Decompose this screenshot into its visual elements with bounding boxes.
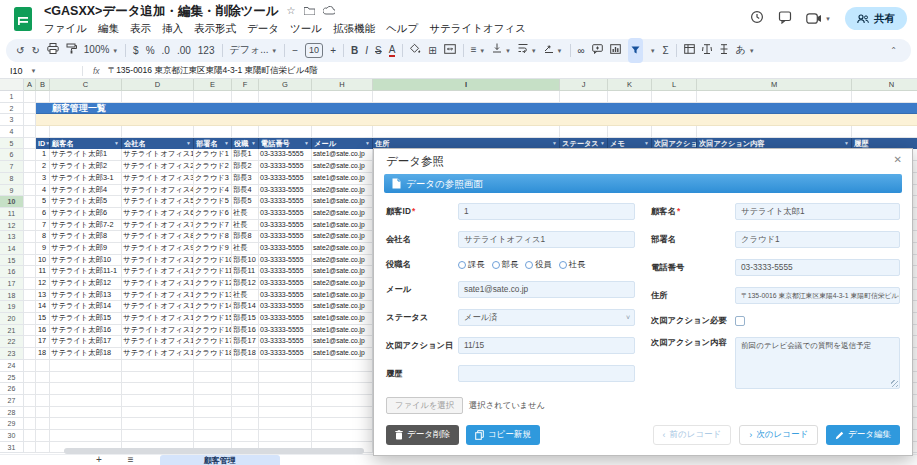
cell-F20[interactable]: 部長15 <box>232 313 259 325</box>
cell-B9[interactable]: 4 <box>36 185 50 197</box>
cell-B28[interactable] <box>36 407 50 419</box>
cell-A13[interactable] <box>24 231 36 243</box>
cell-D7[interactable]: サテライトオフィス2 <box>122 161 194 173</box>
text-color-button[interactable]: A <box>389 44 396 57</box>
menu-item-3[interactable]: 挿入 <box>162 22 183 36</box>
cell-D1[interactable] <box>122 91 194 103</box>
cell-F1[interactable] <box>232 91 259 103</box>
borders-icon[interactable]: ⊞ <box>428 39 436 62</box>
cell-B24[interactable] <box>36 360 50 372</box>
row-header-14[interactable]: 14 <box>0 243 24 255</box>
cell-A15[interactable] <box>24 255 36 267</box>
edit-data-button[interactable]: データ編集 <box>826 425 900 445</box>
cell-F25[interactable] <box>232 372 259 384</box>
cell-D26[interactable] <box>122 383 194 395</box>
cell-B10[interactable]: 5 <box>36 196 50 208</box>
document-title[interactable]: <GASXX>データ追加・編集・削除ツール <box>44 3 279 20</box>
add-sheet-icon[interactable]: + <box>96 455 102 465</box>
resize-grip-icon[interactable] <box>891 380 898 387</box>
row-header-26[interactable]: 26 <box>0 383 24 395</box>
row-header-22[interactable]: 22 <box>0 336 24 348</box>
cell-B22[interactable]: 17 <box>36 336 50 348</box>
cell-I4[interactable] <box>373 126 560 138</box>
cell-E22[interactable]: クラウド17 <box>194 336 232 348</box>
cell-L4[interactable] <box>652 126 697 138</box>
next-action-date-input[interactable]: 11/15 <box>458 337 635 354</box>
file-select-button[interactable]: ファイルを選択 <box>386 397 463 414</box>
cell-A28[interactable] <box>24 407 36 419</box>
cell-C7[interactable]: サテライト太郎2 <box>50 161 122 173</box>
row-header-31[interactable]: 31 <box>0 442 24 453</box>
cell-F24[interactable] <box>232 360 259 372</box>
font-size-input[interactable]: 10 <box>305 43 323 58</box>
cell-J4[interactable] <box>560 126 608 138</box>
insert-comment-icon[interactable] <box>592 39 603 62</box>
menu-item-1[interactable]: 編集 <box>98 22 119 36</box>
cell-B15[interactable]: 10 <box>36 255 50 267</box>
cell-D8[interactable]: サテライトオフィス3 <box>122 173 194 185</box>
cell-B12[interactable]: 7 <box>36 220 50 232</box>
table-header-4[interactable]: 部署名▼ <box>194 138 232 150</box>
all-sheets-icon[interactable]: ≡ <box>128 455 134 465</box>
cell-N4[interactable] <box>852 126 917 138</box>
cell-E28[interactable] <box>194 407 232 419</box>
comments-icon[interactable] <box>778 10 792 28</box>
cell-H27[interactable] <box>312 395 373 407</box>
cell-E24[interactable] <box>194 360 232 372</box>
cell-A7[interactable] <box>24 161 36 173</box>
menu-item-9[interactable]: サテライトオフィス <box>429 22 526 36</box>
cell-A5[interactable] <box>24 138 36 150</box>
dialog-close-icon[interactable]: ✕ <box>894 154 902 165</box>
cell-C26[interactable] <box>50 383 122 395</box>
cell-C22[interactable]: サテライト太郎17 <box>50 336 122 348</box>
fill-color-icon[interactable] <box>410 39 421 62</box>
cell-H18[interactable]: sate1@sate.co.jp <box>312 290 373 302</box>
role-radio-0[interactable]: 課長 <box>458 259 485 270</box>
cell-H7[interactable]: sate2@sate.co.jp <box>312 161 373 173</box>
cell-B4[interactable] <box>36 126 50 138</box>
cell-C29[interactable] <box>50 418 122 430</box>
font-select[interactable]: デフォ... ▼ <box>230 38 278 63</box>
col-header-M[interactable]: M <box>697 79 852 91</box>
col-header-C[interactable]: C <box>50 79 122 91</box>
cell-D14[interactable]: サテライトオフィス9 <box>122 243 194 255</box>
cell-K1[interactable] <box>608 91 652 103</box>
cell-E15[interactable]: クラウド10 <box>194 255 232 267</box>
cell-H26[interactable] <box>312 383 373 395</box>
cell-D29[interactable] <box>122 418 194 430</box>
cell-B14[interactable]: 9 <box>36 243 50 255</box>
cell-F16[interactable]: 部長11 <box>232 266 259 278</box>
cell-D16[interactable]: サテライトオフィス11 <box>122 266 194 278</box>
cell-G15[interactable]: 03-3333-5555 <box>259 255 312 267</box>
formula-input[interactable]: 〒135-0016 東京都江東区東陽4-3-1 東陽町信栄ビル4階 <box>108 65 318 77</box>
name-box-caret-icon[interactable]: ▼ <box>31 68 37 74</box>
cell-E11[interactable]: クラウド6 <box>194 208 232 220</box>
radio-circle-icon[interactable] <box>525 261 533 269</box>
row-header-1[interactable]: 1 <box>0 91 24 103</box>
customer-name-input[interactable]: サテライト太郎1 <box>735 203 900 220</box>
row-header-9[interactable]: 9 <box>0 185 24 197</box>
cell-B1[interactable] <box>36 91 50 103</box>
meet-camera-icon[interactable]: ▼ <box>806 13 831 24</box>
row-header-12[interactable]: 12 <box>0 220 24 232</box>
cell-B8[interactable]: 3 <box>36 173 50 185</box>
cell-C13[interactable]: サテライト太郎8 <box>50 231 122 243</box>
cell-B13[interactable]: 8 <box>36 231 50 243</box>
row-header-19[interactable]: 19 <box>0 301 24 313</box>
table-tool-icon-3[interactable] <box>719 39 729 62</box>
cell-E16[interactable]: クラウド11 <box>194 266 232 278</box>
role-radio-1[interactable]: 部長 <box>492 259 519 270</box>
cell-E27[interactable] <box>194 395 232 407</box>
cell-H14[interactable]: sate2@sate.co.jp <box>312 243 373 255</box>
row-header-13[interactable]: 13 <box>0 231 24 243</box>
cell-A6[interactable] <box>24 149 36 161</box>
company-name-input[interactable]: サテライトオフィス1 <box>458 231 635 248</box>
strikethrough-button[interactable]: S <box>375 39 382 62</box>
text-rotation-icon[interactable]: ▼ <box>544 38 563 63</box>
col-header-J[interactable]: J <box>560 79 608 91</box>
cell-D15[interactable]: サテライトオフィス10 <box>122 255 194 267</box>
cell-A10[interactable] <box>24 196 36 208</box>
row-header-30[interactable]: 30 <box>0 430 24 442</box>
cell-C11[interactable]: サテライト太郎6 <box>50 208 122 220</box>
zoom-select[interactable]: 100% ▼ <box>84 38 118 63</box>
